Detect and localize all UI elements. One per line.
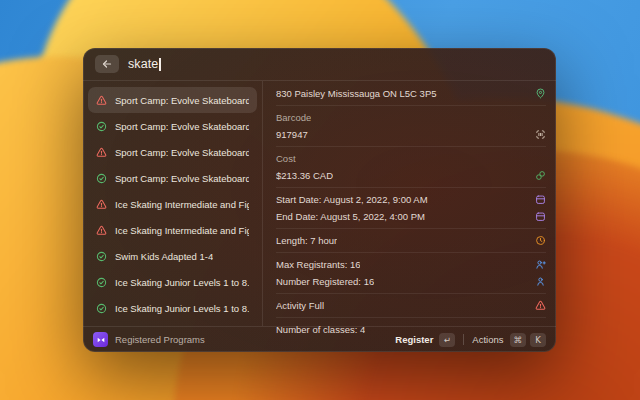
detail-group: Barcode917947 <box>276 106 546 147</box>
warning-triangle-icon <box>96 225 107 236</box>
detail-row: Barcode <box>276 109 546 126</box>
detail-group: Activity Full <box>276 294 546 318</box>
detail-row-label: Activity Full <box>276 300 324 311</box>
registered-programs-app-icon <box>93 332 108 347</box>
launcher-window: skate Sport Camp: Evolve Skateboard...Sp… <box>83 48 556 352</box>
list-item-label: Sport Camp: Evolve Skateboard... <box>115 121 249 132</box>
detail-group: Cost$213.36 CAD <box>276 147 546 188</box>
back-button[interactable] <box>95 55 119 73</box>
detail-row-label: $213.36 CAD <box>276 170 333 181</box>
results-list: Sport Camp: Evolve Skateboard...Sport Ca… <box>83 81 263 326</box>
list-item[interactable]: Ice Skating Intermediate and Fig... <box>88 191 257 217</box>
detail-row-label: Number Registered: 16 <box>276 276 374 287</box>
list-item-label: Ice Skating Intermediate and Fig... <box>115 225 249 236</box>
detail-row: Length: 7 hour <box>276 232 546 249</box>
check-circle-icon <box>96 251 107 262</box>
check-circle-icon <box>96 121 107 132</box>
warning-triangle-icon <box>96 147 107 158</box>
list-item[interactable]: Ice Skating Intermediate and Fig... <box>88 217 257 243</box>
detail-row: 917947 <box>276 126 546 143</box>
warning-triangle-icon <box>96 95 107 106</box>
footer-app-name: Registered Programs <box>115 334 205 345</box>
detail-row: End Date: August 5, 2022, 4:00 PM <box>276 208 546 225</box>
warning-triangle-icon <box>96 199 107 210</box>
check-circle-icon <box>96 303 107 314</box>
list-item-label: Sport Camp: Evolve Skateboard... <box>115 95 249 106</box>
calendar-icon <box>535 211 546 222</box>
list-item-label: Sport Camp: Evolve Skateboard... <box>115 173 249 184</box>
location-pin-icon <box>535 88 546 99</box>
list-item-label: Swim Kids Adapted 1-4 <box>115 251 213 262</box>
detail-group: Max Registrants: 16Number Registered: 16 <box>276 253 546 294</box>
list-item[interactable]: Sport Camp: Evolve Skateboard... <box>88 165 257 191</box>
detail-row: Max Registrants: 16 <box>276 256 546 273</box>
check-circle-icon <box>96 277 107 288</box>
detail-row: 830 Paisley Mississauga ON L5C 3P5 <box>276 85 546 102</box>
detail-row-label: End Date: August 5, 2022, 4:00 PM <box>276 211 425 222</box>
search-bar: skate <box>83 48 556 81</box>
key-badge: ⌘ <box>510 333 527 347</box>
footer-divider <box>463 334 464 345</box>
clock-icon <box>535 235 546 246</box>
back-arrow-icon <box>101 58 113 70</box>
check-circle-icon <box>96 173 107 184</box>
text-cursor <box>159 58 161 71</box>
detail-group: 830 Paisley Mississauga ON L5C 3P5 <box>276 82 546 106</box>
detail-row-label: Cost <box>276 153 296 164</box>
detail-row: Cost <box>276 150 546 167</box>
warning-triangle-icon <box>535 300 546 311</box>
list-item[interactable]: Ice Skating Junior Levels 1 to 8... <box>88 269 257 295</box>
search-query-text: skate <box>128 57 158 71</box>
detail-row: Activity Full <box>276 297 546 314</box>
enter-key-badge: ↵ <box>439 333 455 347</box>
list-item-label: Ice Skating Junior Levels 1 to 8... <box>115 277 249 288</box>
person-icon <box>535 276 546 287</box>
main-content: Sport Camp: Evolve Skateboard...Sport Ca… <box>83 81 556 326</box>
list-item-label: Ice Skating Intermediate and Fig... <box>115 199 249 210</box>
detail-row-label: Length: 7 hour <box>276 235 337 246</box>
detail-row-label: Start Date: August 2, 2022, 9:00 AM <box>276 194 428 205</box>
detail-group: Length: 7 hour <box>276 229 546 253</box>
detail-row-label: 830 Paisley Mississauga ON L5C 3P5 <box>276 88 437 99</box>
list-item[interactable]: Swim Kids Adapted 1-4 <box>88 243 257 269</box>
detail-row-label: 917947 <box>276 129 308 140</box>
actions-key-badges: ⌘K <box>510 333 547 347</box>
detail-row: Number Registered: 16 <box>276 273 546 290</box>
person-add-icon <box>535 259 546 270</box>
list-item[interactable]: Sport Camp: Evolve Skateboard... <box>88 113 257 139</box>
footer-actions: Register ↵ Actions ⌘K <box>395 333 546 347</box>
footer-bar: Registered Programs Register ↵ Actions ⌘… <box>83 326 556 352</box>
coins-icon <box>535 170 546 181</box>
list-item[interactable]: Sport Camp: Evolve Skateboard... <box>88 139 257 165</box>
list-item-label: Ice Skating Junior Levels 1 to 8... <box>115 303 249 314</box>
detail-group: Start Date: August 2, 2022, 9:00 AMEnd D… <box>276 188 546 229</box>
key-badge: K <box>530 333 546 347</box>
search-input[interactable]: skate <box>128 57 161 71</box>
register-button[interactable]: Register <box>395 334 433 345</box>
actions-button[interactable]: Actions <box>472 334 503 345</box>
detail-panel: 830 Paisley Mississauga ON L5C 3P5Barcod… <box>263 81 556 326</box>
detail-row-label: Max Registrants: 16 <box>276 259 360 270</box>
calendar-icon <box>535 194 546 205</box>
detail-row: $213.36 CAD <box>276 167 546 184</box>
detail-row: Start Date: August 2, 2022, 9:00 AM <box>276 191 546 208</box>
barcode-scan-icon <box>535 129 546 140</box>
detail-row-label: Barcode <box>276 112 311 123</box>
list-item-label: Sport Camp: Evolve Skateboard... <box>115 147 249 158</box>
list-item[interactable]: Sport Camp: Evolve Skateboard... <box>88 87 257 113</box>
list-item[interactable]: Ice Skating Junior Levels 1 to 8... <box>88 295 257 321</box>
